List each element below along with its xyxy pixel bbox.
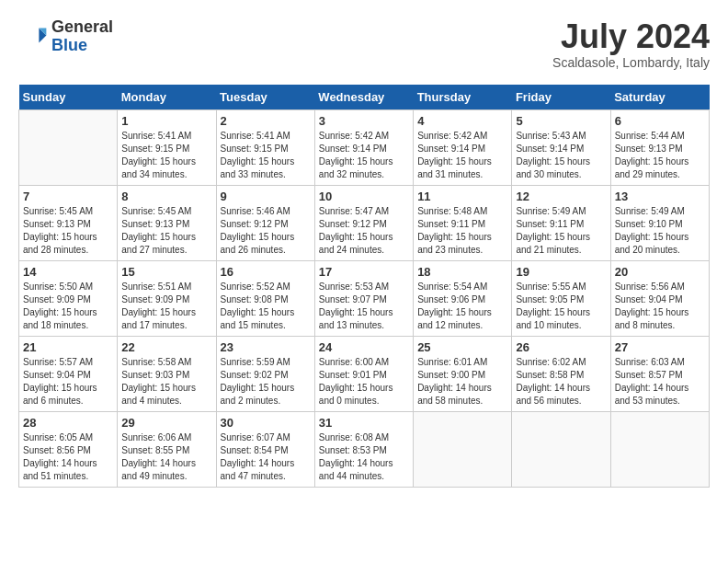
weekday-header: Sunday [19, 85, 118, 110]
calendar-cell: 25Sunrise: 6:01 AM Sunset: 9:00 PM Dayli… [414, 336, 512, 411]
day-number: 12 [516, 190, 606, 203]
calendar-cell: 13Sunrise: 5:49 AM Sunset: 9:10 PM Dayli… [610, 185, 709, 260]
cell-content: Sunrise: 6:06 AM Sunset: 8:55 PM Dayligh… [121, 431, 211, 483]
calendar-week-row: 28Sunrise: 6:05 AM Sunset: 8:56 PM Dayli… [19, 411, 710, 487]
weekday-header: Saturday [610, 85, 709, 110]
calendar-week-row: 7Sunrise: 5:45 AM Sunset: 9:13 PM Daylig… [19, 185, 710, 260]
day-number: 30 [221, 416, 311, 430]
calendar-cell [512, 411, 610, 487]
calendar-cell: 2Sunrise: 5:41 AM Sunset: 9:15 PM Daylig… [216, 109, 314, 185]
month-title: July 2024 [552, 18, 710, 55]
calendar-cell: 1Sunrise: 5:41 AM Sunset: 9:15 PM Daylig… [118, 109, 216, 185]
cell-content: Sunrise: 5:43 AM Sunset: 9:14 PM Dayligh… [516, 130, 606, 181]
day-number: 17 [319, 265, 409, 279]
cell-content: Sunrise: 5:57 AM Sunset: 9:04 PM Dayligh… [23, 356, 113, 408]
cell-content: Sunrise: 5:41 AM Sunset: 9:15 PM Dayligh… [221, 130, 311, 181]
calendar-cell: 18Sunrise: 5:54 AM Sunset: 9:06 PM Dayli… [414, 260, 512, 336]
cell-content: Sunrise: 5:59 AM Sunset: 9:02 PM Dayligh… [221, 356, 311, 408]
day-number: 27 [615, 340, 705, 354]
location-subtitle: Scaldasole, Lombardy, Italy [552, 55, 710, 70]
calendar-cell: 15Sunrise: 5:51 AM Sunset: 9:09 PM Dayli… [118, 260, 216, 336]
cell-content: Sunrise: 6:07 AM Sunset: 8:54 PM Dayligh… [221, 431, 311, 483]
calendar-cell [19, 109, 118, 185]
cell-content: Sunrise: 6:08 AM Sunset: 8:53 PM Dayligh… [319, 431, 409, 483]
day-number: 13 [615, 190, 705, 203]
cell-content: Sunrise: 5:45 AM Sunset: 9:13 PM Dayligh… [23, 205, 113, 257]
calendar-cell: 28Sunrise: 6:05 AM Sunset: 8:56 PM Dayli… [19, 411, 118, 487]
cell-content: Sunrise: 5:41 AM Sunset: 9:15 PM Dayligh… [121, 130, 211, 181]
weekday-header: Friday [512, 85, 610, 110]
cell-content: Sunrise: 6:01 AM Sunset: 9:00 PM Dayligh… [417, 356, 507, 408]
day-number: 7 [23, 190, 113, 203]
calendar-cell: 5Sunrise: 5:43 AM Sunset: 9:14 PM Daylig… [512, 109, 610, 185]
calendar-cell: 31Sunrise: 6:08 AM Sunset: 8:53 PM Dayli… [314, 411, 413, 487]
cell-content: Sunrise: 5:52 AM Sunset: 9:08 PM Dayligh… [221, 281, 311, 332]
day-number: 6 [615, 114, 705, 128]
calendar-cell: 4Sunrise: 5:42 AM Sunset: 9:14 PM Daylig… [414, 109, 512, 185]
day-number: 21 [23, 340, 113, 354]
calendar-cell: 12Sunrise: 5:49 AM Sunset: 9:11 PM Dayli… [512, 185, 610, 260]
day-number: 26 [516, 340, 606, 354]
cell-content: Sunrise: 6:05 AM Sunset: 8:56 PM Dayligh… [23, 431, 113, 483]
day-number: 25 [417, 340, 507, 354]
day-number: 29 [121, 416, 211, 430]
calendar-cell: 19Sunrise: 5:55 AM Sunset: 9:05 PM Dayli… [512, 260, 610, 336]
cell-content: Sunrise: 5:50 AM Sunset: 9:09 PM Dayligh… [23, 281, 113, 332]
day-number: 22 [121, 340, 211, 354]
logo-icon [18, 22, 48, 52]
cell-content: Sunrise: 5:42 AM Sunset: 9:14 PM Dayligh… [417, 130, 507, 181]
cell-content: Sunrise: 6:00 AM Sunset: 9:01 PM Dayligh… [319, 356, 409, 408]
logo: General Blue [18, 18, 113, 55]
calendar-cell: 16Sunrise: 5:52 AM Sunset: 9:08 PM Dayli… [216, 260, 314, 336]
calendar-cell: 29Sunrise: 6:06 AM Sunset: 8:55 PM Dayli… [118, 411, 216, 487]
calendar-week-row: 14Sunrise: 5:50 AM Sunset: 9:09 PM Dayli… [19, 260, 710, 336]
cell-content: Sunrise: 5:44 AM Sunset: 9:13 PM Dayligh… [615, 130, 705, 181]
day-number: 1 [121, 114, 211, 128]
calendar-cell: 17Sunrise: 5:53 AM Sunset: 9:07 PM Dayli… [314, 260, 413, 336]
day-number: 24 [319, 340, 409, 354]
weekday-header: Monday [118, 85, 216, 110]
cell-content: Sunrise: 5:53 AM Sunset: 9:07 PM Dayligh… [319, 281, 409, 332]
calendar-cell: 20Sunrise: 5:56 AM Sunset: 9:04 PM Dayli… [610, 260, 709, 336]
calendar-week-row: 1Sunrise: 5:41 AM Sunset: 9:15 PM Daylig… [19, 109, 710, 185]
weekday-header: Wednesday [314, 85, 413, 110]
day-number: 11 [417, 190, 507, 203]
cell-content: Sunrise: 5:54 AM Sunset: 9:06 PM Dayligh… [417, 281, 507, 332]
calendar-cell: 27Sunrise: 6:03 AM Sunset: 8:57 PM Dayli… [610, 336, 709, 411]
day-number: 3 [319, 114, 409, 128]
calendar-cell: 22Sunrise: 5:58 AM Sunset: 9:03 PM Dayli… [118, 336, 216, 411]
cell-content: Sunrise: 5:56 AM Sunset: 9:04 PM Dayligh… [615, 281, 705, 332]
calendar-cell: 8Sunrise: 5:45 AM Sunset: 9:13 PM Daylig… [118, 185, 216, 260]
calendar-cell: 24Sunrise: 6:00 AM Sunset: 9:01 PM Dayli… [314, 336, 413, 411]
calendar-cell: 11Sunrise: 5:48 AM Sunset: 9:11 PM Dayli… [414, 185, 512, 260]
day-number: 16 [221, 265, 311, 279]
calendar-cell: 14Sunrise: 5:50 AM Sunset: 9:09 PM Dayli… [19, 260, 118, 336]
cell-content: Sunrise: 5:42 AM Sunset: 9:14 PM Dayligh… [319, 130, 409, 181]
day-number: 31 [319, 416, 409, 430]
cell-content: Sunrise: 5:47 AM Sunset: 9:12 PM Dayligh… [319, 205, 409, 257]
day-number: 19 [516, 265, 606, 279]
day-number: 28 [23, 416, 113, 430]
day-number: 15 [121, 265, 211, 279]
day-number: 4 [417, 114, 507, 128]
cell-content: Sunrise: 6:03 AM Sunset: 8:57 PM Dayligh… [615, 356, 705, 408]
cell-content: Sunrise: 5:49 AM Sunset: 9:11 PM Dayligh… [516, 205, 606, 257]
day-number: 9 [221, 190, 311, 203]
calendar-week-row: 21Sunrise: 5:57 AM Sunset: 9:04 PM Dayli… [19, 336, 710, 411]
cell-content: Sunrise: 5:58 AM Sunset: 9:03 PM Dayligh… [121, 356, 211, 408]
calendar-cell: 10Sunrise: 5:47 AM Sunset: 9:12 PM Dayli… [314, 185, 413, 260]
cell-content: Sunrise: 5:45 AM Sunset: 9:13 PM Dayligh… [121, 205, 211, 257]
calendar-cell: 7Sunrise: 5:45 AM Sunset: 9:13 PM Daylig… [19, 185, 118, 260]
logo-text: General Blue [51, 18, 113, 55]
calendar-cell: 26Sunrise: 6:02 AM Sunset: 8:58 PM Dayli… [512, 336, 610, 411]
cell-content: Sunrise: 5:46 AM Sunset: 9:12 PM Dayligh… [221, 205, 311, 257]
cell-content: Sunrise: 5:48 AM Sunset: 9:11 PM Dayligh… [417, 205, 507, 257]
calendar-cell: 21Sunrise: 5:57 AM Sunset: 9:04 PM Dayli… [19, 336, 118, 411]
cell-content: Sunrise: 5:55 AM Sunset: 9:05 PM Dayligh… [516, 281, 606, 332]
calendar-cell: 3Sunrise: 5:42 AM Sunset: 9:14 PM Daylig… [314, 109, 413, 185]
day-number: 20 [615, 265, 705, 279]
calendar-table: SundayMondayTuesdayWednesdayThursdayFrid… [18, 85, 710, 488]
cell-content: Sunrise: 5:51 AM Sunset: 9:09 PM Dayligh… [121, 281, 211, 332]
calendar-cell: 9Sunrise: 5:46 AM Sunset: 9:12 PM Daylig… [216, 185, 314, 260]
page-header: General Blue July 2024 Scaldasole, Lomba… [18, 18, 710, 70]
